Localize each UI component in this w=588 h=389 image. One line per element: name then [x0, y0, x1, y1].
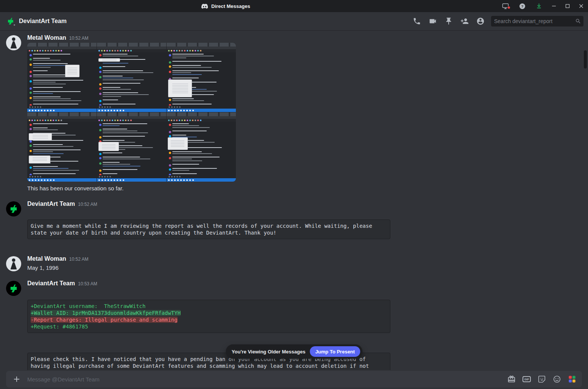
favicon-dot — [181, 120, 183, 121]
favicon-dot — [192, 120, 193, 121]
bookmarks-bar — [97, 119, 166, 122]
user-profile-icon[interactable] — [476, 17, 485, 26]
screenshot-taskbar — [27, 109, 97, 112]
favicon-dot — [192, 50, 193, 51]
favicon-dot — [117, 120, 119, 121]
favicon-dot — [29, 50, 30, 51]
gift-icon[interactable] — [507, 375, 516, 384]
favicon-dot — [112, 50, 113, 51]
deviantart-logo-icon — [6, 17, 15, 26]
message-author[interactable]: DeviantArt Team — [27, 280, 75, 287]
favicon-dot — [31, 50, 33, 51]
help-icon[interactable]: ? — [514, 2, 530, 11]
deviantart-logo-icon — [9, 204, 19, 214]
pushpin-icon — [445, 17, 453, 25]
favicon-dot — [106, 120, 108, 121]
browser-address-bar — [167, 47, 236, 49]
message-author[interactable]: DeviantArt Team — [27, 201, 75, 207]
avatar-deviantart[interactable] — [6, 281, 21, 296]
favicon-dot — [47, 50, 49, 51]
favicon-dot — [112, 120, 113, 121]
close-button[interactable] — [574, 0, 588, 12]
favicon-dot — [42, 50, 44, 51]
apps-grid-icon — [568, 375, 576, 383]
screenshot-taskbar — [167, 178, 236, 182]
search-input[interactable] — [494, 18, 574, 24]
message: Metal Woman10:52 AMMay 1, 1996 — [0, 255, 588, 272]
favicon-dot — [200, 120, 201, 121]
message-author[interactable]: Metal Woman — [27, 34, 66, 41]
message-text: This has been our conversation so far. — [27, 185, 582, 192]
favicon-dot — [37, 50, 38, 51]
browser-tabs — [97, 43, 166, 47]
favicon-dot — [61, 120, 62, 121]
gif-icon[interactable]: GIF — [522, 375, 531, 384]
maximize-button[interactable] — [561, 0, 574, 12]
search-icon[interactable] — [574, 17, 582, 25]
video-call-icon[interactable] — [428, 17, 437, 26]
attachment-image[interactable] — [27, 43, 97, 112]
voice-call-icon[interactable] — [412, 17, 421, 26]
avatar-metal-woman[interactable] — [6, 35, 21, 50]
attachment-image[interactable] — [167, 43, 236, 112]
composer-toolbar: GIF — [507, 375, 577, 384]
avatar-metal-woman[interactable] — [6, 256, 21, 271]
attachment-grid — [27, 43, 236, 182]
screenshot-toolbar — [167, 175, 236, 178]
magnifier-icon — [575, 18, 581, 24]
favicon-dot — [53, 120, 54, 121]
message-header: Metal Woman10:52 AM — [27, 34, 582, 42]
update-download-icon[interactable] — [530, 2, 547, 11]
attachment-image[interactable] — [27, 112, 97, 182]
browser-address-bar — [27, 116, 97, 119]
channel-title[interactable]: DeviantArt Team — [19, 18, 67, 25]
profile-circle-icon — [476, 17, 485, 25]
bookmarks-bar — [167, 49, 236, 52]
gift-box-icon — [507, 375, 516, 383]
favicon-dot — [47, 120, 49, 121]
presence-dot — [13, 23, 16, 26]
favicon-dot — [45, 50, 46, 51]
favicon-dot — [184, 120, 186, 121]
pin-icon[interactable] — [444, 17, 453, 26]
message-input[interactable] — [27, 376, 501, 383]
attachment-image[interactable] — [97, 43, 166, 112]
screenshot-chat-content — [167, 52, 236, 106]
titlebar: Direct Messages ? — [0, 0, 588, 12]
favicon-dot — [114, 50, 116, 51]
favicon-dot — [101, 120, 103, 121]
attachment-image[interactable] — [167, 112, 236, 182]
screenshot-chat-content — [27, 52, 97, 106]
screenshare-icon[interactable] — [497, 2, 514, 11]
screenshot-toolbar — [27, 175, 97, 178]
add-friend-icon[interactable] — [460, 17, 469, 26]
favicon-dot — [128, 50, 129, 51]
screenshot-taskbar — [167, 109, 236, 112]
gif-badge-icon: GIF — [522, 375, 531, 384]
svg-text:GIF: GIF — [524, 378, 529, 381]
favicon-dot — [117, 50, 119, 51]
attach-plus-icon[interactable] — [12, 375, 21, 384]
favicon-dot — [39, 120, 41, 121]
jump-to-present-button[interactable]: Jump To Present — [310, 346, 360, 357]
favicon-dot — [179, 50, 180, 51]
favicon-dot — [189, 50, 191, 51]
screenshot-chat-content — [167, 122, 236, 175]
attachment-image[interactable] — [97, 112, 166, 182]
code-block: Give me a moment while I am reviewing th… — [27, 219, 390, 239]
emoji-icon[interactable] — [552, 375, 561, 384]
message-author[interactable]: Metal Woman — [27, 255, 66, 262]
favicon-dot — [58, 120, 59, 121]
screenshot-toolbar — [97, 175, 166, 178]
channel-info: DeviantArt Team — [6, 17, 412, 26]
diff-line: -Report Charges: Illegal purchase and sc… — [31, 316, 387, 323]
download-arrow-icon — [535, 3, 543, 10]
favicon-dot — [58, 50, 59, 51]
scrollbar-thumb[interactable] — [584, 50, 587, 68]
message-timestamp: 10:52 AM — [78, 202, 97, 207]
minimize-button[interactable] — [547, 0, 561, 12]
apps-icon[interactable] — [568, 375, 577, 384]
avatar-deviantart[interactable] — [6, 201, 21, 216]
sticker-icon[interactable] — [537, 375, 546, 384]
embedded-white-image — [99, 142, 118, 151]
